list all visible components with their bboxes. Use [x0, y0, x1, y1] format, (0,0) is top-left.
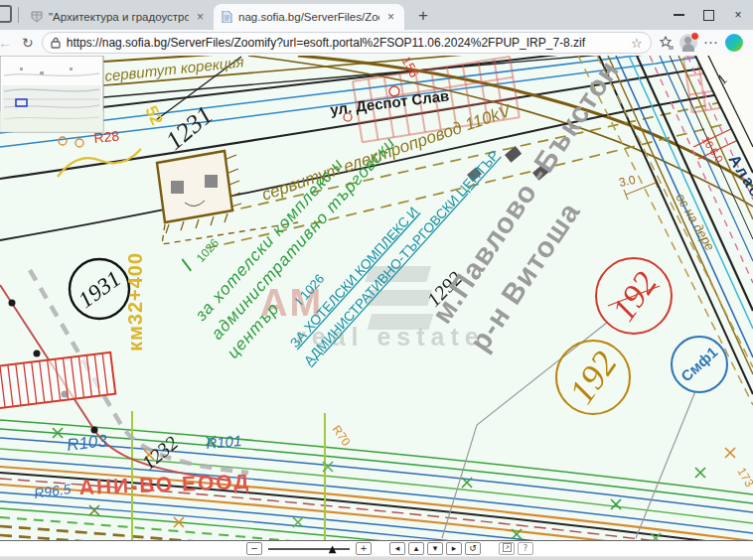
zone-code: Смф1	[678, 344, 720, 385]
plot-circle-192-olive: 192	[556, 341, 630, 414]
new-tab-button[interactable]: +	[412, 6, 434, 25]
settings-menu-icon[interactable]: ⋯	[703, 34, 719, 52]
close-window-button[interactable]: ×	[723, 0, 753, 30]
url-text: https://nag.sofia.bg/ServerFiles/Zoomify…	[67, 36, 625, 50]
maximize-icon	[703, 10, 714, 21]
tab-actions-icon[interactable]	[0, 5, 12, 23]
sofia-coat-of-arms-icon	[31, 11, 43, 23]
address-bar[interactable]: https://nag.sofia.bg/ServerFiles/Zoomify…	[42, 32, 652, 54]
minimize-button[interactable]	[664, 0, 693, 30]
pan-down-button[interactable]: ▾	[427, 542, 443, 555]
pan-left-button[interactable]: ◂	[389, 542, 405, 555]
zoom-slider-thumb[interactable]: ▲	[329, 542, 337, 555]
plot-circle-192-red: 192	[596, 258, 672, 334]
pan-up-button[interactable]: ▴	[408, 542, 424, 555]
zoom-slider-track[interactable]	[268, 548, 350, 550]
leader-lines	[442, 322, 695, 538]
tab-title: nag.sofia.bg/ServerFiles/Zoomify	[238, 11, 379, 23]
company-name-label: АНИ-ВО ЕООД	[78, 470, 250, 498]
green-zone-index: I	[176, 255, 197, 275]
zoom-slider[interactable]: ▲	[268, 542, 350, 555]
document-icon	[222, 11, 232, 23]
zoom-in-button[interactable]: +	[356, 542, 372, 555]
fullscreen-button[interactable]	[499, 542, 515, 555]
radius-label-r103: R103	[66, 431, 108, 455]
radius-label-r101: R101	[206, 432, 242, 452]
tab-close-icon[interactable]: ×	[195, 10, 206, 24]
help-button[interactable]: ?	[518, 542, 533, 555]
zone-circle-smf1: Смф1	[672, 337, 727, 392]
km-marker-label: км32+400	[124, 252, 146, 351]
maximize-button[interactable]	[693, 0, 723, 30]
reload-button[interactable]: ↻	[20, 36, 36, 50]
plot-circle-1931: 1931	[70, 259, 129, 319]
circle-number: 192	[561, 344, 625, 410]
label-52: 52	[141, 103, 166, 128]
tab-zoomify[interactable]: nag.sofia.bg/ServerFiles/Zoomify ×	[214, 4, 404, 30]
tab-divider	[18, 7, 19, 23]
tab-close-icon[interactable]: ×	[385, 10, 396, 24]
window-controls: ×	[664, 0, 753, 30]
zoomify-toolbar: − ▲ + ◂ ▴ ▾ ▸ ↺ ?	[0, 540, 753, 556]
tab-architecture[interactable]: "Архитектура и градоустройстве ×	[23, 4, 214, 30]
minimize-icon	[674, 14, 684, 16]
lock-icon	[51, 37, 61, 49]
label-173: 173	[734, 466, 753, 490]
avatar-body	[682, 44, 694, 52]
notification-dot	[690, 32, 699, 41]
zoom-out-button[interactable]: −	[246, 542, 262, 555]
radius-label-r70: R70	[330, 423, 354, 449]
pan-right-button[interactable]: ▸	[446, 542, 462, 555]
expand-icon	[503, 543, 512, 552]
profile-avatar[interactable]	[679, 34, 697, 52]
circle-number: 1931	[74, 266, 125, 313]
map-canvas[interactable]: 1	[0, 56, 753, 540]
tab-title: "Архитектура и градоустройстве	[49, 11, 189, 23]
hatched-platform-symbol	[0, 352, 115, 408]
back-button[interactable]: ←	[0, 36, 14, 50]
green-zone-number: 1026	[194, 236, 222, 265]
collections-icon[interactable]	[658, 36, 674, 50]
browser-toolbar: ← ↻ https://nag.sofia.bg/ServerFiles/Zoo…	[0, 30, 753, 57]
copilot-icon[interactable]	[725, 34, 743, 52]
reset-view-button[interactable]: ↺	[465, 542, 481, 555]
navigator-thumbnail[interactable]	[0, 56, 103, 132]
dimension-3-0: 3.0	[618, 173, 638, 190]
tab-strip: "Архитектура и градоустройстве × nag.sof…	[0, 0, 753, 30]
radius-label-r96: R96.5	[33, 481, 72, 501]
favorite-star-icon[interactable]: ☆	[631, 36, 643, 51]
